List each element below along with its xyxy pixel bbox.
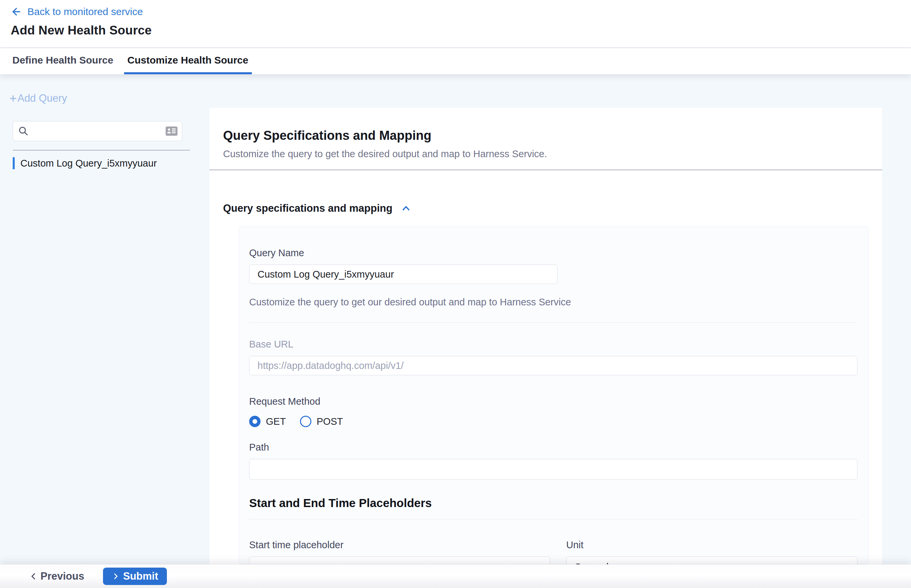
footer-bar: Previous Submit (0, 565, 911, 588)
card-header: Query Specifications and Mapping Customi… (209, 108, 882, 160)
query-name-input[interactable] (249, 265, 557, 284)
unit-field: Unit Seconds (566, 540, 858, 565)
add-query-label: Add Query (18, 92, 67, 104)
top-header: Back to monitored service Add New Health… (0, 0, 911, 47)
start-time-input[interactable] (249, 557, 550, 565)
arrow-left-icon (11, 6, 22, 18)
radio-post-control[interactable] (300, 416, 311, 427)
start-time-field: Start time placeholder (249, 540, 550, 565)
card-header-divider (209, 170, 882, 170)
contact-card-icon[interactable] (165, 126, 178, 137)
search-icon (18, 125, 29, 138)
content-area: + Add Query Custom Log Query_i5xmyyuaur (0, 74, 911, 565)
query-item-label: Custom Log Query_i5xmyyuaur (20, 158, 157, 169)
base-url-field: Base URL (249, 339, 858, 375)
selected-indicator-bar (13, 157, 15, 169)
radio-option-post[interactable]: POST (300, 416, 343, 427)
query-search (13, 121, 182, 141)
add-query-button[interactable]: + Add Query (10, 92, 67, 104)
time-placeholders-heading: Start and End Time Placeholders (249, 496, 858, 510)
chevron-up-icon[interactable] (400, 203, 412, 214)
search-input[interactable] (13, 121, 182, 141)
chevron-right-icon (112, 572, 120, 580)
radio-get-label: GET (266, 416, 286, 427)
previous-button-label: Previous (40, 570, 84, 582)
unit-select[interactable]: Seconds (566, 557, 858, 565)
base-url-label: Base URL (249, 339, 858, 350)
tab-bar: Define Health Source Customize Health So… (0, 47, 911, 74)
back-link[interactable]: Back to monitored service (11, 5, 143, 18)
query-list-item[interactable]: Custom Log Query_i5xmyyuaur (13, 157, 209, 169)
collapsible-section-header: Query specifications and mapping (223, 202, 869, 215)
card-title: Query Specifications and Mapping (223, 128, 866, 143)
back-link-label: Back to monitored service (27, 5, 143, 18)
query-name-label: Query Name (249, 247, 858, 258)
form-divider (249, 322, 858, 323)
unit-label: Unit (566, 540, 858, 551)
app-root: Back to monitored service Add New Health… (0, 0, 911, 588)
tab-define-health-source[interactable]: Define Health Source (9, 48, 117, 74)
chevron-left-icon (29, 572, 38, 581)
query-name-helper: Customize the query to get our desired o… (249, 297, 858, 308)
start-time-label: Start time placeholder (249, 540, 550, 551)
path-label: Path (249, 442, 858, 453)
request-method-field: Request Method GET POST (249, 396, 858, 427)
time-placeholder-row: Start time placeholder Unit Seconds (249, 540, 858, 565)
base-url-input[interactable] (249, 356, 858, 375)
path-input[interactable] (249, 459, 858, 480)
query-mapping-form: Query Name Customize the query to get ou… (239, 226, 869, 565)
sidebar-divider (13, 150, 190, 150)
radio-post-label: POST (317, 416, 343, 427)
section-title: Query specifications and mapping (223, 202, 392, 215)
main-card: Query Specifications and Mapping Customi… (209, 108, 882, 565)
submit-button[interactable]: Submit (103, 568, 167, 585)
request-method-label: Request Method (249, 396, 858, 407)
submit-button-label: Submit (123, 570, 158, 582)
request-method-options: GET POST (249, 416, 858, 427)
card-subtitle: Customize the query to get the desired o… (223, 149, 866, 160)
tab-customize-health-source[interactable]: Customize Health Source (124, 48, 252, 74)
query-sidebar: + Add Query Custom Log Query_i5xmyyuaur (0, 74, 209, 565)
radio-option-get[interactable]: GET (249, 416, 286, 427)
page-title: Add New Health Source (11, 23, 898, 37)
path-field: Path (249, 442, 858, 480)
radio-get-control[interactable] (249, 416, 260, 427)
plus-icon: + (10, 93, 17, 104)
unit-select-value: Seconds (575, 561, 614, 565)
previous-button[interactable]: Previous (26, 568, 87, 584)
